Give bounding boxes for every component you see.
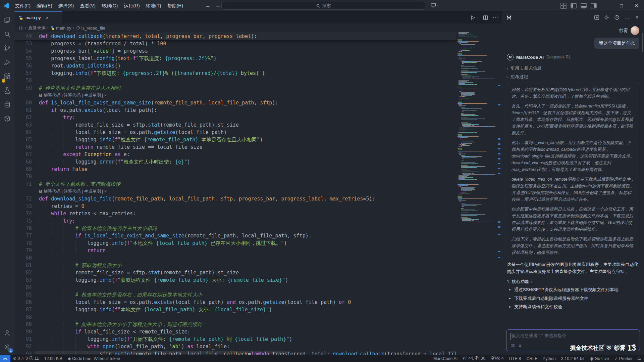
code-line[interactable]: 88 bbox=[14, 313, 457, 321]
menu-goto[interactable]: 转到(G) bbox=[99, 3, 121, 8]
sidebar-item-run-debug[interactable] bbox=[0, 55, 14, 69]
horizontal-scrollbar[interactable] bbox=[35, 351, 288, 354]
maximize-button[interactable]: □ bbox=[614, 0, 629, 11]
run-python-button[interactable]: ⌄ bbox=[470, 15, 478, 20]
account-icon[interactable] bbox=[0, 326, 14, 340]
panel-close-icon[interactable]: × bbox=[634, 14, 640, 20]
code-line[interactable]: 62 try: bbox=[14, 114, 457, 121]
code-line[interactable]: 89 # 如果本地文件大小小于远程文件大小，则进行断点续传 bbox=[14, 321, 457, 328]
code-line[interactable]: 73 retries = 0 bbox=[14, 202, 457, 210]
codelens-row[interactable]: M解释代码 | 注释代码 | 生成单测 | × bbox=[14, 188, 457, 195]
code-editor[interactable]: 53 progress = (transferred / total) * 10… bbox=[14, 32, 502, 355]
code-line[interactable]: 91 logging.info(f"开始下载文件: {remote_file_p… bbox=[14, 335, 457, 343]
code-line[interactable]: 70 bbox=[14, 173, 457, 180]
sidebar-item-explorer[interactable] bbox=[0, 13, 14, 27]
menu-edit[interactable]: 编辑(E) bbox=[34, 3, 55, 8]
code-line[interactable]: 61 if os.path.exists(local_file_path): bbox=[14, 106, 457, 114]
code-line[interactable]: 59# 检查本地文件是否存在且大小相同 bbox=[14, 84, 457, 92]
code-line[interactable]: 69 return False bbox=[14, 166, 457, 173]
panel-scrollbar[interactable] bbox=[642, 33, 643, 52]
cast-icon[interactable]: ⌄ bbox=[431, 2, 439, 8]
toggle-sidebar-icon[interactable] bbox=[570, 2, 577, 9]
back-arrow-icon[interactable]: ← bbox=[205, 3, 211, 9]
sidebar-item-source-control[interactable] bbox=[0, 41, 14, 55]
code-line[interactable]: 64 local_file_size = os.path.getsize(loc… bbox=[14, 129, 457, 136]
command-icon[interactable]: ⌘ bbox=[511, 343, 515, 348]
status-language[interactable]: Python bbox=[540, 355, 558, 362]
code-line[interactable]: 63 remote_file_size = sftp.stat(remote_f… bbox=[14, 121, 457, 129]
menu-help[interactable]: 帮助(H) bbox=[164, 3, 186, 8]
code-line[interactable]: 54 progress_bar['value'] = progress bbox=[14, 47, 457, 55]
code-line[interactable]: 55 progress_label.config(text=f"下载进度: {p… bbox=[14, 55, 457, 62]
new-chat-icon[interactable] bbox=[594, 14, 600, 20]
toggle-panel-icon[interactable] bbox=[580, 2, 587, 9]
breadcrumb-item-symbol[interactable]: is_video_file bbox=[76, 26, 106, 31]
code-line[interactable]: 78 logging.info(f"本地文件 {local_file_path}… bbox=[14, 239, 457, 247]
code-line[interactable]: 80 bbox=[14, 254, 457, 262]
status-indentation[interactable]: 空格: 4 bbox=[488, 355, 506, 362]
sidebar-item-search[interactable] bbox=[0, 27, 14, 41]
sidebar-item-extension-app[interactable] bbox=[0, 111, 14, 126]
menu-view[interactable]: 查看(V) bbox=[77, 3, 99, 8]
customize-layout-icon[interactable] bbox=[560, 2, 567, 9]
more-actions-icon[interactable]: ··· bbox=[493, 14, 499, 20]
code-line[interactable]: 74 while retries < max_retries: bbox=[14, 210, 457, 217]
close-button[interactable]: × bbox=[629, 0, 644, 11]
codelens-row[interactable]: M解释代码 | 注释代码 | 生成单测 | × bbox=[14, 92, 457, 99]
panel-settings-icon[interactable] bbox=[604, 14, 610, 20]
code-line[interactable]: 68 logging.error(f"检查文件大小时出错: {e}") bbox=[14, 158, 457, 166]
code-line[interactable]: 75 try: bbox=[14, 217, 457, 225]
status-problems[interactable]: ⊘ 0 △ 0 ⓘ 11 bbox=[10, 355, 42, 362]
references-toggle[interactable]: › 引用 1 相关信息 bbox=[507, 64, 639, 73]
history-icon[interactable] bbox=[614, 14, 620, 20]
code-line[interactable]: 83 logging.info(f"获取远程文件 {remote_file_pa… bbox=[14, 276, 457, 284]
code-line[interactable]: 65 logging.info(f"检查文件 {remote_file_path… bbox=[14, 136, 457, 143]
menu-terminal[interactable]: 终端(T) bbox=[143, 3, 164, 8]
thinking-toggle[interactable]: › 思考过程 bbox=[507, 73, 639, 81]
code-line[interactable]: 85 # 检查本地文件是否存在，如果存在则获取本地文件大小 bbox=[14, 291, 457, 299]
bell-icon[interactable] bbox=[635, 355, 643, 362]
code-line[interactable]: 81 # 获取远程文件大小 bbox=[14, 262, 457, 269]
code-line[interactable]: 72def download_single_file(remote_file_p… bbox=[14, 195, 457, 202]
code-line[interactable]: 87 logging.info(f"本地文件 {local_file_path}… bbox=[14, 306, 457, 313]
command-center-search[interactable]: 搜索 bbox=[221, 2, 425, 10]
sidebar-item-testing[interactable] bbox=[0, 83, 14, 97]
status-cursor-position[interactable]: 行 44, 列 30 bbox=[460, 355, 488, 362]
code-line[interactable]: 58 bbox=[14, 77, 457, 84]
sidebar-item-database[interactable] bbox=[0, 97, 14, 111]
code-line[interactable]: 86 local_file_size = os.path.exists(loca… bbox=[14, 299, 457, 306]
code-line[interactable]: 82 remote_file_size = sftp.stat(remote_f… bbox=[14, 269, 457, 276]
tab-close-icon[interactable]: × bbox=[46, 15, 49, 20]
settings-gear-icon[interactable]: 1 bbox=[0, 340, 14, 354]
code-line[interactable]: 71# 单个文件下载函数，支持断点续传 bbox=[14, 180, 457, 188]
status-remote-indicator[interactable]: >< bbox=[0, 355, 10, 362]
code-line[interactable]: 67 except Exception as e: bbox=[14, 151, 457, 158]
forward-arrow-icon[interactable]: → bbox=[215, 3, 221, 9]
model-badge[interactable]: Deepseek R1 bbox=[603, 344, 627, 348]
code-line[interactable]: 57 logging.info(f"下载进度: {progress:.2f}% … bbox=[14, 70, 457, 77]
hash-icon[interactable]: # bbox=[519, 343, 521, 348]
sidebar-item-extensions[interactable] bbox=[0, 69, 14, 83]
breadcrumb-item-file[interactable]: main.py bbox=[50, 26, 71, 31]
minimap[interactable] bbox=[457, 32, 496, 355]
code-line[interactable]: 66 return remote_file_size == local_file… bbox=[14, 143, 457, 151]
breadcrumb-item-drive[interactable]: H: bbox=[19, 26, 23, 31]
split-editor-icon[interactable] bbox=[483, 15, 488, 20]
menu-selection[interactable]: 选择(S) bbox=[55, 3, 77, 8]
menu-run[interactable]: 运行(R) bbox=[121, 3, 143, 8]
status-file-size[interactable]: 12.05 KiB bbox=[42, 355, 65, 362]
codelens-actions[interactable]: M解释代码 | 注释代码 | 生成单测 | × bbox=[32, 92, 107, 99]
code-line[interactable]: 77 if is_local_file_exist_and_same_size(… bbox=[14, 232, 457, 239]
status-marscode-ai[interactable]: MarsCode AI bbox=[431, 355, 460, 362]
codelens-actions[interactable]: M解释代码 | 注释代码 | 生成单测 | × bbox=[32, 188, 107, 195]
toggle-secondary-sidebar-icon[interactable] bbox=[590, 2, 597, 9]
status-encoding[interactable]: UTF-8 bbox=[506, 355, 524, 362]
menu-file[interactable]: 文件(F) bbox=[12, 3, 34, 8]
chat-input[interactable]: 输入消息或者 "/" 来选择指令 ⌘ # Deepseek R1 bbox=[506, 329, 640, 351]
status-eol[interactable]: CRLF bbox=[524, 355, 540, 362]
breadcrumb-item-folder[interactable]: 直播录屏 bbox=[28, 25, 46, 31]
status-go-live[interactable]: ◉ Go Live bbox=[587, 355, 611, 362]
minimize-button[interactable]: ─ bbox=[599, 0, 614, 11]
code-line[interactable]: 84 bbox=[14, 284, 457, 291]
code-line[interactable]: 56 root.update_idletasks() bbox=[14, 62, 457, 70]
